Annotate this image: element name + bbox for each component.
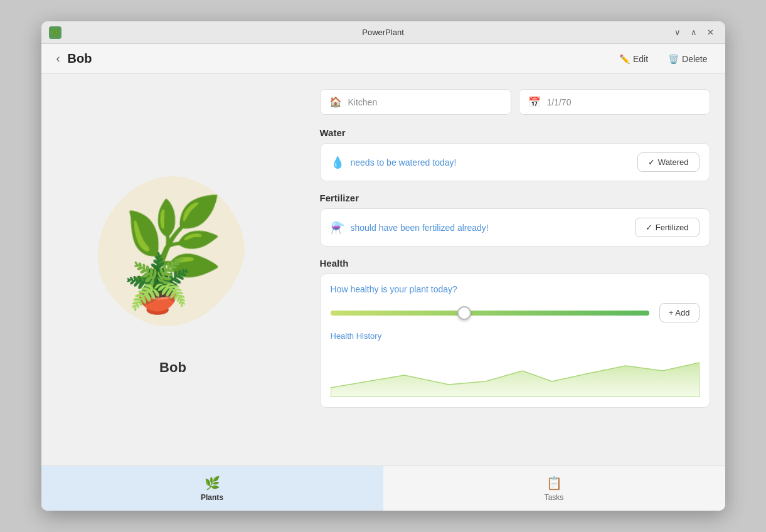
header-left: ‹ Bob	[54, 50, 92, 68]
fertilizer-icon: ⚗️	[331, 221, 344, 235]
titlebar-left: 🌿	[49, 26, 61, 39]
nav-plants[interactable]: 🌿 Plants	[41, 466, 383, 511]
titlebar: 🌿 PowerPlant ∨ ∧ ✕	[41, 21, 725, 44]
fertilized-check-icon: ✓	[646, 223, 652, 232]
close-button[interactable]: ✕	[703, 25, 718, 40]
app-header: ‹ Bob ✏️ Edit 🗑️ Delete	[41, 44, 725, 74]
health-section-label: Health	[320, 258, 710, 269]
health-card: How healthy is your plant today? + Add H…	[320, 274, 710, 408]
health-chart	[331, 347, 700, 397]
details-panel: 🏠 Kitchen 📅 1/1/70 Water 💧 needs to be w…	[305, 74, 725, 466]
edit-button[interactable]: ✏️ Edit	[614, 51, 653, 66]
trash-icon: 🗑️	[668, 54, 679, 64]
plants-nav-icon: 🌿	[205, 476, 220, 491]
water-section-label: Water	[320, 127, 710, 138]
calendar-icon: 📅	[528, 96, 541, 108]
bottom-nav: 🌿 Plants 📋 Tasks	[41, 466, 725, 511]
minimize-button[interactable]: ∨	[671, 25, 684, 40]
info-row: 🏠 Kitchen 📅 1/1/70	[320, 89, 710, 115]
plant-blob: 🌿 🪴	[79, 164, 267, 352]
fertilizer-card-left: ⚗️ should have been fertilized already!	[331, 221, 489, 235]
window-controls: ∨ ∧ ✕	[671, 25, 718, 40]
health-history-label: Health History	[331, 331, 700, 341]
delete-button[interactable]: 🗑️ Delete	[663, 51, 712, 66]
tasks-nav-icon: 📋	[546, 476, 562, 491]
fertilizer-card: ⚗️ should have been fertilized already! …	[320, 208, 710, 247]
water-message: needs to be watered today!	[351, 157, 457, 168]
location-field[interactable]: 🏠 Kitchen	[320, 89, 511, 115]
plant-panel: 🌿 🪴 Bob	[41, 74, 305, 466]
main-content: 🌿 🪴 Bob 🏠 Kitchen 📅 1/1/70 Water	[41, 74, 725, 466]
slider-thumb[interactable]	[457, 306, 471, 320]
health-slider-container[interactable]	[331, 311, 649, 316]
water-card-left: 💧 needs to be watered today!	[331, 156, 457, 169]
tasks-nav-label: Tasks	[545, 493, 564, 502]
watered-check-icon: ✓	[648, 157, 655, 167]
header-actions: ✏️ Edit 🗑️ Delete	[614, 51, 713, 66]
app-window: 🌿 PowerPlant ∨ ∧ ✕ ‹ Bob ✏️ Edit 🗑️ Dele…	[41, 21, 725, 511]
add-health-button[interactable]: + Add	[659, 303, 700, 322]
slider-track	[331, 311, 649, 316]
app-icon: 🌿	[49, 26, 61, 39]
fertilized-button[interactable]: ✓ Fertilized	[635, 218, 700, 237]
maximize-button[interactable]: ∧	[687, 25, 701, 40]
water-card: 💧 needs to be watered today! ✓ Watered	[320, 143, 710, 181]
page-title: Bob	[68, 51, 92, 66]
home-icon: 🏠	[329, 96, 342, 108]
fertilizer-section-label: Fertilizer	[320, 193, 710, 203]
plants-nav-label: Plants	[201, 493, 223, 502]
fertilizer-message: should have been fertilized already!	[351, 223, 489, 233]
water-drop-icon: 💧	[331, 156, 344, 169]
nav-tasks[interactable]: 📋 Tasks	[383, 466, 725, 511]
plant-image: 🌿 🪴	[122, 199, 224, 312]
back-button[interactable]: ‹	[54, 50, 63, 68]
watered-button[interactable]: ✓ Watered	[637, 152, 700, 172]
app-title: PowerPlant	[362, 28, 403, 37]
health-question: How healthy is your plant today?	[331, 284, 700, 294]
health-slider-row: + Add	[331, 303, 700, 322]
edit-icon: ✏️	[619, 54, 630, 64]
date-field[interactable]: 📅 1/1/70	[519, 89, 710, 115]
plant-display-name: Bob	[159, 359, 186, 376]
